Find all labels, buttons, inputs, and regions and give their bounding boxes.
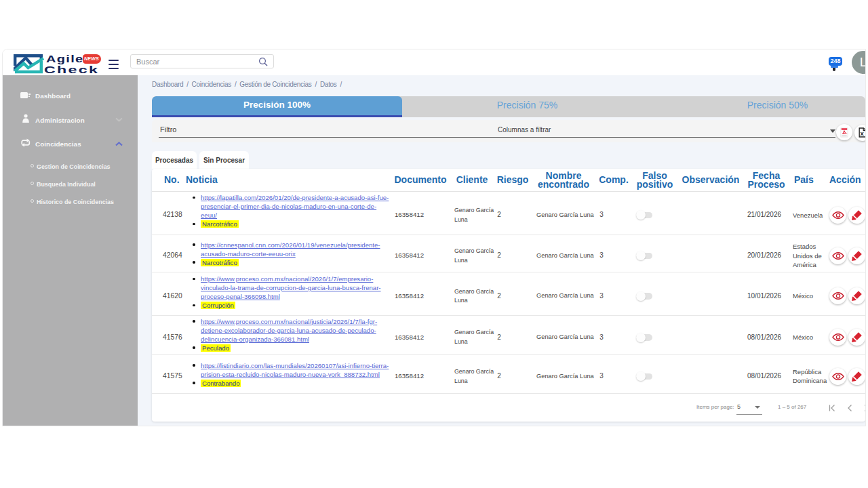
svg-text:x: x: [861, 129, 865, 137]
